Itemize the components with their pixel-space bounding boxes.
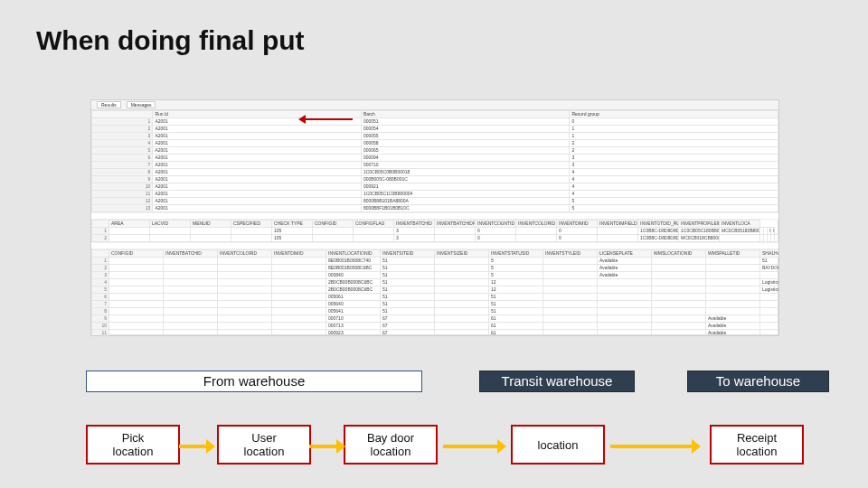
tab-results: Results	[97, 101, 121, 108]
flow-diagram: From warehouse Transit warehouse To ware…	[0, 371, 868, 470]
group-transit-warehouse: Transit warehouse	[479, 371, 635, 392]
box-transit-location: location	[511, 425, 605, 465]
erp-screenshot: Results Messages Run IdBatchRecord group…	[90, 99, 779, 336]
arrow-icon	[309, 441, 345, 452]
group-from-warehouse: From warehouse	[86, 371, 422, 392]
arrow-icon	[610, 441, 701, 452]
grid-1: Run IdBatchRecord group1A200100005102A20…	[91, 110, 778, 212]
arrow-icon	[179, 441, 215, 452]
arrow-icon	[443, 441, 506, 452]
box-pick-location: Picklocation	[86, 425, 180, 465]
box-bay-door-location: Bay doorlocation	[344, 425, 438, 465]
group-to-warehouse: To warehouse	[687, 371, 829, 392]
result-tabs: Results Messages	[91, 100, 778, 110]
slide-title: When doing final put	[36, 25, 305, 56]
box-receipt-location: Receiptlocation	[710, 425, 804, 465]
grid-3: CONFIGIDINVENTBATCHIDINVENTCOLORIDINVENT…	[91, 249, 779, 336]
red-arrow-annotation	[298, 116, 353, 123]
box-user-location: Userlocation	[217, 425, 311, 465]
tab-messages: Messages	[127, 101, 156, 108]
grid-2: AREALACVIDMENUIDCSPECIFIEDCHECK TYPECONF…	[91, 220, 778, 242]
